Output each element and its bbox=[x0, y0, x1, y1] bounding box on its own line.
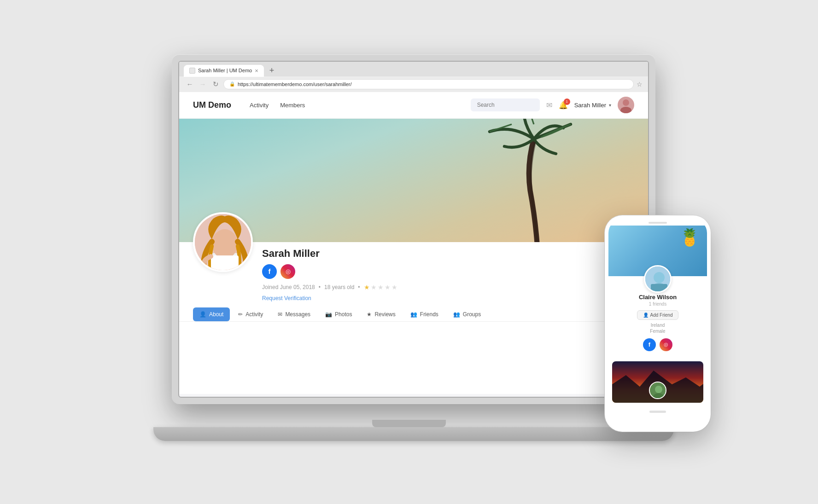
profile-meta: Joined June 05, 2018 • 18 years old • ★ … bbox=[262, 284, 634, 291]
site-header: UM Demo Activity Members ✉ 🔔 1 bbox=[179, 92, 648, 119]
join-date: Joined June 05, 2018 bbox=[262, 284, 315, 290]
phone-profile-avatar bbox=[644, 265, 672, 293]
social-icons: f ◎ bbox=[262, 264, 634, 279]
activity-tab-icon: ✏ bbox=[238, 311, 243, 318]
laptop-screen: Sarah Miller | UM Demo × + ← → ↻ 🔒 https… bbox=[178, 61, 649, 398]
about-tab-label: About bbox=[209, 311, 223, 318]
site-logo[interactable]: UM Demo bbox=[193, 100, 231, 110]
add-friend-icon: 👤 bbox=[643, 313, 649, 318]
tab-activity[interactable]: ✏ Activity bbox=[232, 307, 269, 321]
browser-tab-active[interactable]: Sarah Miller | UM Demo × bbox=[184, 65, 264, 76]
reviews-tab-icon: ★ bbox=[367, 311, 372, 318]
avatar bbox=[193, 212, 253, 272]
tab-title: Sarah Miller | UM Demo bbox=[198, 68, 252, 73]
user-avatar[interactable] bbox=[618, 97, 634, 113]
svg-point-9 bbox=[654, 272, 665, 283]
chevron-down-icon: ▾ bbox=[609, 103, 611, 108]
phone-speaker bbox=[649, 222, 667, 224]
website-content: UM Demo Activity Members ✉ 🔔 1 bbox=[179, 92, 648, 394]
svg-rect-7 bbox=[211, 255, 239, 272]
star-3: ★ bbox=[378, 284, 384, 291]
nav-activity[interactable]: Activity bbox=[250, 102, 269, 109]
profile-tabs: 👤 About ✏ Activity ✉ Messages 📷 bbox=[179, 302, 648, 322]
phone-social-icons: f ◎ bbox=[615, 338, 700, 351]
address-bar[interactable]: 🔒 https://ultimatememberdemo.com/user/sa… bbox=[223, 79, 634, 89]
tab-groups[interactable]: 👥 Groups bbox=[447, 307, 487, 321]
photos-tab-icon: 📷 bbox=[325, 311, 332, 318]
url-text: https://ultimatememberdemo.com/user/sara… bbox=[238, 81, 352, 87]
reviews-tab-label: Reviews bbox=[374, 311, 395, 318]
browser-chrome: Sarah Miller | UM Demo × + ← → ↻ 🔒 https… bbox=[179, 62, 648, 92]
add-friend-button[interactable]: 👤 Add Friend bbox=[637, 310, 679, 320]
phone-friends-count: 1 friends bbox=[615, 301, 700, 307]
instagram-icon[interactable]: ◎ bbox=[280, 264, 295, 279]
bookmark-icon[interactable]: ☆ bbox=[637, 81, 643, 88]
phone-facebook-icon[interactable]: f bbox=[643, 338, 656, 351]
lock-icon: 🔒 bbox=[229, 81, 235, 87]
profile-name: Sarah Miller bbox=[262, 248, 634, 260]
refresh-button[interactable]: ↻ bbox=[210, 79, 221, 89]
mail-icon[interactable]: ✉ bbox=[546, 101, 552, 110]
phone-bottom-avatar bbox=[649, 382, 666, 399]
phone-instagram-icon[interactable]: ◎ bbox=[660, 338, 672, 351]
activity-tab-label: Activity bbox=[245, 311, 263, 318]
about-tab-icon: 👤 bbox=[199, 311, 206, 318]
palm-tree-graphic bbox=[450, 119, 625, 242]
star-4: ★ bbox=[385, 284, 391, 291]
friends-tab-icon: 👥 bbox=[410, 311, 417, 318]
phone-bottom-card bbox=[612, 361, 703, 403]
phone-gender: Female bbox=[615, 329, 700, 334]
user-name: Sarah Miller bbox=[574, 102, 606, 109]
tab-messages[interactable]: ✉ Messages bbox=[271, 307, 317, 321]
nav-members[interactable]: Members bbox=[280, 102, 305, 109]
phone-location: Ireland bbox=[615, 323, 700, 328]
laptop-hinge-notch bbox=[372, 420, 446, 427]
page-icon bbox=[189, 68, 195, 74]
messages-tab-label: Messages bbox=[285, 311, 310, 318]
add-friend-label: Add Friend bbox=[650, 313, 673, 318]
tab-about[interactable]: 👤 About bbox=[193, 307, 230, 321]
groups-tab-icon: 👥 bbox=[453, 311, 460, 318]
user-menu[interactable]: Sarah Miller ▾ bbox=[574, 102, 611, 109]
svg-point-6 bbox=[212, 229, 238, 259]
header-right: ✉ 🔔 1 Sarah Miller ▾ bbox=[471, 97, 634, 113]
groups-tab-label: Groups bbox=[463, 311, 481, 318]
tab-close-btn[interactable]: × bbox=[255, 67, 258, 74]
notification-badge: 1 bbox=[564, 98, 570, 105]
star-rating[interactable]: ★ ★ ★ ★ ★ bbox=[364, 284, 397, 291]
tab-photos[interactable]: 📷 Photos bbox=[319, 307, 358, 321]
tab-friends[interactable]: 👥 Friends bbox=[404, 307, 445, 321]
phone-profile-name: Claire Wilson bbox=[615, 294, 700, 301]
friends-tab-label: Friends bbox=[420, 311, 438, 318]
phone-cover-person: 🍍 bbox=[679, 228, 700, 247]
profile-age: 18 years old bbox=[324, 284, 354, 290]
star-1: ★ bbox=[364, 284, 370, 291]
site-nav: Activity Members bbox=[250, 102, 305, 109]
facebook-icon[interactable]: f bbox=[262, 264, 277, 279]
svg-point-13 bbox=[655, 386, 662, 393]
laptop-body: Sarah Miller | UM Demo × + ← → ↻ 🔒 https… bbox=[172, 54, 655, 404]
verify-link[interactable]: Request Verification bbox=[262, 295, 311, 301]
profile-info-bar: Sarah Miller f ◎ Joined June 05, 2018 • … bbox=[179, 242, 648, 302]
phone-home-indicator[interactable] bbox=[608, 403, 707, 417]
star-5: ★ bbox=[391, 284, 397, 291]
mobile-phone: 🍍 Claire Wilson 1 friends bbox=[605, 215, 711, 432]
svg-point-1 bbox=[623, 99, 629, 106]
phone-screen: 🍍 Claire Wilson 1 friends bbox=[608, 219, 707, 428]
tab-reviews[interactable]: ★ Reviews bbox=[360, 307, 402, 321]
photos-tab-label: Photos bbox=[335, 311, 352, 318]
notification-bell[interactable]: 🔔 1 bbox=[559, 101, 568, 110]
forward-button[interactable]: → bbox=[198, 79, 208, 89]
messages-tab-icon: ✉ bbox=[278, 311, 282, 318]
profile-avatar-wrap bbox=[193, 212, 253, 272]
profile-details: Sarah Miller f ◎ Joined June 05, 2018 • … bbox=[262, 242, 634, 302]
search-input[interactable] bbox=[471, 98, 540, 111]
new-tab-btn[interactable]: + bbox=[266, 66, 278, 75]
star-2: ★ bbox=[371, 284, 377, 291]
back-button[interactable]: ← bbox=[185, 79, 195, 89]
laptop-base bbox=[153, 427, 674, 441]
